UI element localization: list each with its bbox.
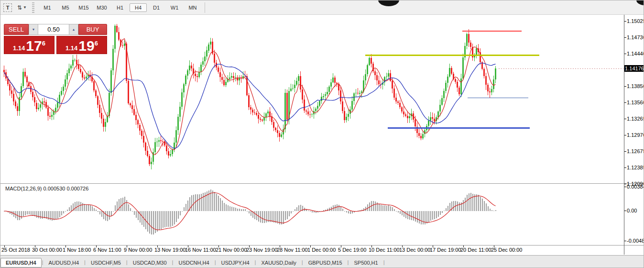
timeframe-button-H1[interactable]: H1 [111,3,129,12]
macd-signal-value: 0.000726 [66,186,88,191]
volume-increase-button[interactable]: ▲ [69,24,78,35]
time-axis-label: 13 Dec 00:00 [399,247,430,253]
timeframe-button-D1[interactable]: D1 [148,3,165,12]
axis-price-label: 1.13850 [627,83,644,89]
dropdown-caret-icon: ▼ [23,5,27,10]
time-axis-label: 1 Nov 18:00 [63,247,91,253]
time-axis-label: 25 Dec 00:00 [491,247,522,253]
time-axis-label: 20 Dec 11:00 [460,247,491,253]
time-axis-label: 30 Oct 00:00 [32,247,62,253]
time-axis-label: 13 Nov 19:00 [154,247,186,253]
chart-tab-SP500-H1[interactable]: SP500,H1 [349,258,382,267]
macd-indicator-canvas[interactable] [0,184,624,245]
screen-notch-overlay [378,0,399,6]
time-axis-label: 6 Nov 11:00 [93,247,121,253]
one-click-trading-panel: SELL ▼ 0.50 ▲ BUY 1.14176 1.14196 [4,24,107,54]
sell-button[interactable]: SELL [4,24,29,35]
volume-input[interactable]: 0.50 [38,24,69,35]
chart-tab-bar: EURUSD,H4|AUDUSD,H4|USDCHF,M5|USDCAD,M30… [0,255,644,268]
chart-tab-EURUSD-H4[interactable]: EURUSD,H4 [0,258,42,268]
time-axis-label: 5 Dec 19:00 [338,247,366,253]
toolbar-separator [205,2,205,13]
timeframe-button-M30[interactable]: M30 [93,3,110,12]
sell-price-display[interactable]: 1.14176 [4,36,55,54]
time-axis-label: 16 Nov 11:00 [185,247,216,253]
current-price-tag: 1.14176 [624,65,644,72]
axis-price-label: 1.12970 [627,132,644,138]
timeframe-button-H4[interactable]: H4 [130,3,147,12]
axis-price-label: 1.12675 [627,148,644,154]
time-axis-label: 21 Nov 00:00 [216,247,247,253]
timeframe-button-M1[interactable]: M1 [39,3,56,12]
time-axis-label: 17 Dec 19:00 [430,247,461,253]
axis-price-label: -0.004856 [627,238,644,244]
macd-value: 0.000530 [43,186,65,191]
time-axis-label: 28 Nov 11:00 [277,247,308,253]
screen-corner-overlay [636,0,644,5]
trading-terminal-window: T ⇅▼ M1M5M15M30H1H4D1W1MN ▲EURUSD,H4 1.1… [0,0,644,268]
axis-price-label: 1.14440 [627,51,644,56]
volume-decrease-button[interactable]: ▼ [29,24,38,35]
timeframe-group: M1M5M15M30H1H4D1W1MN [38,3,202,12]
axis-price-label: 1.15025 [627,18,644,24]
chart-tab-GBPUSD-M15[interactable]: GBPUSD,M15 [304,258,347,267]
chart-tab-USDCHF-M5[interactable]: USDCHF,M5 [86,258,126,267]
toolbar-grip-handle[interactable] [32,2,34,13]
chart-tab-USDJPY-H4[interactable]: USDJPY,H4 [217,258,254,267]
time-axis-label: 9 Nov 00:00 [124,247,152,253]
macd-label: MACD(12,26,9) 0.000530 0.000726 [5,186,88,191]
time-axis-label: 25 Oct 2018 [1,247,30,253]
symbols-cycle-icon[interactable]: ⇅▼ [17,3,27,12]
timeframe-button-M15[interactable]: M15 [75,3,92,12]
timeframe-button-MN[interactable]: MN [184,3,201,12]
axis-price-label: 0.003847 [627,184,644,190]
timeframe-button-W1[interactable]: W1 [166,3,183,12]
chart-tab-XAUUSD-Daily[interactable]: XAUUSD,Daily [256,258,301,267]
toolbar: T ⇅▼ M1M5M15M30H1H4D1W1MN [0,0,644,15]
time-axis-label: 10 Dec 11:00 [369,247,400,253]
text-tool-icon[interactable]: T [3,3,12,12]
tab-separator: | [383,259,385,265]
chart-tab-USDCNH-H4[interactable]: USDCNH,H4 [174,258,214,267]
chart-tab-USDCAD-M30[interactable]: USDCAD,M30 [128,258,172,267]
axis-price-label: 1.14730 [627,34,644,40]
timeframe-button-M5[interactable]: M5 [57,3,74,12]
axis-price-label: 1.13265 [627,116,644,122]
axis-price-label: 1.12385 [627,165,644,170]
time-axis-label: 23 Nov 19:00 [246,247,277,253]
buy-button[interactable]: BUY [78,24,107,35]
axis-price-label: 0.00 [627,208,637,213]
buy-price-display[interactable]: 1.14196 [56,36,107,54]
time-axis[interactable]: 25 Oct 201830 Oct 00:001 Nov 18:006 Nov … [0,246,624,255]
time-axis-label: 1 Dec 00:00 [307,247,336,253]
chart-tab-AUDUSD-H4[interactable]: AUDUSD,H4 [44,258,84,267]
axis-price-label: 1.13560 [627,100,644,105]
